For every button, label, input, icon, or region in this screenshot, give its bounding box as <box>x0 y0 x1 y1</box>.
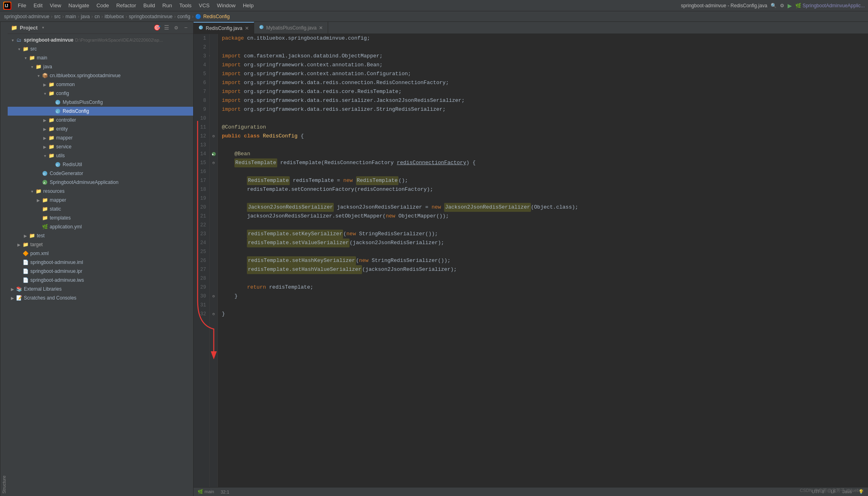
menu-window[interactable]: Window <box>214 2 239 9</box>
tree-item-src[interactable]: ▾ 📁 src <box>8 44 193 53</box>
breadcrumb-main[interactable]: main <box>65 14 76 19</box>
yml-icon: 🌿 <box>42 224 48 230</box>
menu-code[interactable]: Code <box>93 2 112 9</box>
tree-label-codegenerator: CodeGenerator <box>50 171 83 176</box>
src-icon: 📁 <box>22 46 29 52</box>
tree-item-target[interactable]: ▶ 📁 target <box>8 240 193 249</box>
tree-item-codegenerator[interactable]: ▶ C CodeGenerator <box>8 169 193 178</box>
tree-item-config[interactable]: ▾ 📁 config <box>8 89 193 98</box>
tree-item-main[interactable]: ▾ 📁 main <box>8 53 193 62</box>
tab-close-mybatisplusconfig[interactable]: ✕ <box>319 25 323 31</box>
sidebar-collapse-btn[interactable]: ☰ <box>162 24 171 32</box>
breadcrumb-redisconfig: RedisConfig <box>203 14 230 19</box>
pomxml-icon: 🔶 <box>22 250 29 257</box>
tree-item-common[interactable]: ▶ 📁 common <box>8 80 193 89</box>
codegenerator-icon: C <box>42 170 48 177</box>
tree-item-utils[interactable]: ▾ 📁 utils <box>8 151 193 160</box>
tree-item-project[interactable]: ▾ 🗂 springboot-adminvue D:\ProgramWorkSp… <box>8 36 193 44</box>
tree-item-redisconfig[interactable]: ▶ C RedisConfig <box>8 107 193 116</box>
menu-run[interactable]: Run <box>159 2 175 9</box>
tree-label-templates: templates <box>50 215 71 221</box>
code-line-3: import com.fasterxml.jackson.databind.Ob… <box>222 52 868 61</box>
tree-label-mybatisplusconfig: MybatisPlusConfig <box>63 99 103 105</box>
tree-item-mybatisplusconfig[interactable]: ▶ C MybatisPlusConfig <box>8 98 193 107</box>
menu-help[interactable]: Help <box>240 2 257 9</box>
tab-close-redisconfig[interactable]: ✕ <box>245 25 249 31</box>
sidebar-locate-btn[interactable]: 🎯 <box>153 24 161 32</box>
breadcrumb-src[interactable]: src <box>54 14 61 19</box>
code-line-7: import org.springframework.data.redis.co… <box>222 87 868 96</box>
breadcrumb-cn[interactable]: cn <box>95 14 100 19</box>
menu-vcs[interactable]: VCS <box>196 2 213 9</box>
tree-item-package[interactable]: ▾ 📦 cn.itbluebox.springbootadminvue <box>8 71 193 80</box>
tree-item-static[interactable]: ▶ 📁 static <box>8 205 193 213</box>
code-line-11: @Configuration <box>222 123 868 132</box>
sidebar-minimize-btn[interactable]: − <box>182 24 190 32</box>
tree-label-path: D:\ProgramWorkSpace\IDEA\20220602\sp... <box>75 38 163 42</box>
application-icon: A <box>42 179 48 186</box>
sidebar-dropdown-arrow[interactable]: ▾ <box>42 25 44 31</box>
toolbar-icon-search[interactable]: 🔍 <box>771 3 777 8</box>
tree-item-iml[interactable]: ▶ 📄 springboot-adminvue.iml <box>8 258 193 267</box>
tab-label-mybatisplusconfig: MybatisPlusConfig.java <box>266 25 317 31</box>
watermark: CSDN @北芳@北芳子 itbluebox <box>800 488 864 494</box>
breadcrumb-project[interactable]: springboot-adminvue <box>4 14 49 19</box>
svg-text:C: C <box>56 110 59 114</box>
tree-item-mapper-res[interactable]: ▶ 📁 mapper <box>8 196 193 205</box>
menu-file[interactable]: File <box>15 2 29 9</box>
breadcrumb-springbootadminvue[interactable]: springbootadminvue <box>129 14 173 19</box>
tree-item-mapper[interactable]: ▶ 📁 mapper <box>8 133 193 142</box>
tree-item-scratches[interactable]: ▶ 📝 Scratches and Consoles <box>8 293 193 302</box>
menu-build[interactable]: Build <box>140 2 158 9</box>
tree-label-resources: resources <box>43 188 65 194</box>
code-line-12: public class RedisConfig { <box>222 132 868 141</box>
service-icon: 📁 <box>48 144 55 150</box>
tree-item-extlibs[interactable]: ▶ 📚 External Libraries <box>8 285 193 293</box>
svg-text:C: C <box>56 163 59 167</box>
toolbar-icon-settings[interactable]: ⚙ <box>780 3 784 8</box>
tree-item-application[interactable]: ▶ A SpringbootAdminvueApplication <box>8 178 193 187</box>
tree-label-controller: controller <box>56 117 76 123</box>
tree-item-redisutil[interactable]: ▶ C RedisUtil <box>8 160 193 169</box>
tree-item-applicationyml[interactable]: ▶ 🌿 application.yml <box>8 222 193 231</box>
tree-item-ipr[interactable]: ▶ 📄 springboot-adminvue.ipr <box>8 267 193 276</box>
code-editor[interactable]: 1 2 3⊕ 4 5 6 7 8 9 10 11 12 13 14 15 16 … <box>194 34 868 487</box>
tree-item-java[interactable]: ▾ 📁 java <box>8 62 193 71</box>
breadcrumb-java[interactable]: java <box>81 14 90 19</box>
tree-item-service[interactable]: ▶ 📁 service <box>8 142 193 151</box>
code-content[interactable]: package cn.itbluebox.springbootadminvue.… <box>218 34 868 487</box>
tree-item-entity[interactable]: ▶ 📁 entity <box>8 125 193 133</box>
toolbar-run-btn[interactable]: ▶ <box>788 2 792 9</box>
code-line-26: redisTemplate.setHashKeySerializer(new S… <box>222 256 868 265</box>
breadcrumb-config[interactable]: config <box>177 14 190 19</box>
menu-tools[interactable]: Tools <box>176 2 195 9</box>
sidebar-options-btn[interactable]: ⚙ <box>172 24 180 32</box>
menu-navigate[interactable]: Navigate <box>65 2 92 9</box>
config-icon: 📁 <box>48 90 55 97</box>
tree-item-test[interactable]: ▶ 📁 test <box>8 231 193 240</box>
breadcrumb-itbluebox[interactable]: itbluebox <box>105 14 124 19</box>
tab-mybatisplusconfig[interactable]: C MybatisPlusConfig.java ✕ <box>254 22 329 34</box>
svg-text:A: A <box>43 181 46 185</box>
tab-redisconfig[interactable]: C RedisConfig.java ✕ <box>194 22 254 34</box>
tree-item-templates[interactable]: ▶ 📁 templates <box>8 213 193 222</box>
svg-text:C: C <box>43 172 46 176</box>
tree-item-resources[interactable]: ▾ 📁 resources <box>8 187 193 196</box>
mapper-icon: 📁 <box>48 135 55 141</box>
code-line-9: import org.springframework.data.redis.se… <box>222 105 868 114</box>
menu-bar-right: springboot-adminvue - RedisConfig.java 🔍… <box>681 2 865 9</box>
structure-panel-label[interactable]: Structure <box>0 22 8 496</box>
utils-icon: 📁 <box>48 152 55 159</box>
menu-refactor[interactable]: Refactor <box>113 2 139 9</box>
svg-text:C: C <box>199 26 201 29</box>
iml-icon: 📄 <box>22 259 29 266</box>
resources-icon: 📁 <box>35 188 42 194</box>
project-tree: ▾ 🗂 springboot-adminvue D:\ProgramWorkSp… <box>8 34 193 496</box>
tree-label-ipr: springboot-adminvue.ipr <box>30 268 82 274</box>
tree-item-pomxml[interactable]: ▶ 🔶 pom.xml <box>8 249 193 258</box>
menu-edit[interactable]: Edit <box>30 2 46 9</box>
code-line-1: package cn.itbluebox.springbootadminvue.… <box>222 34 868 43</box>
tree-item-controller[interactable]: ▶ 📁 controller <box>8 116 193 125</box>
menu-view[interactable]: View <box>46 2 64 9</box>
tree-item-iws[interactable]: ▶ 📄 springboot-adminvue.iws <box>8 276 193 285</box>
